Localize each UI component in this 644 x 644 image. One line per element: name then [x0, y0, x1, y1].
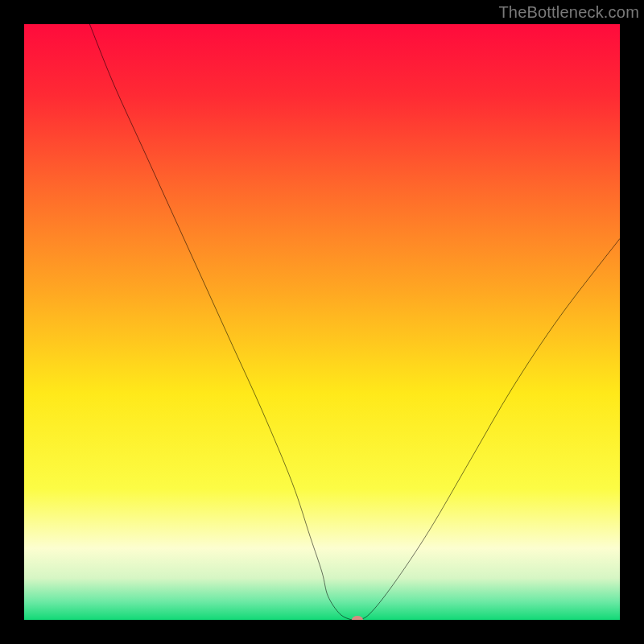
- chart-plot-area: [24, 24, 620, 620]
- bottleneck-curve-line: [24, 24, 620, 620]
- watermark-text: TheBottleneck.com: [498, 3, 639, 22]
- bottleneck-marker-dot: [352, 616, 363, 620]
